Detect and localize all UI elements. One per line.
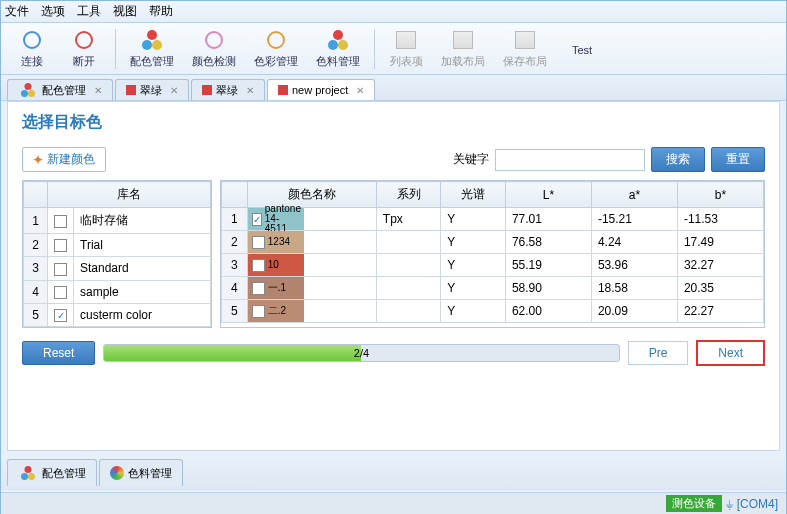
menubar: 文件选项工具视图帮助 xyxy=(1,1,786,23)
load-layout-icon xyxy=(451,28,475,52)
pre-button[interactable]: Pre xyxy=(628,341,689,365)
menu-视图[interactable]: 视图 xyxy=(113,3,137,20)
list-items-button[interactable]: 列表项 xyxy=(381,26,431,71)
save-layout-icon xyxy=(513,28,537,52)
colorant-mgmt-icon xyxy=(326,28,350,52)
next-button[interactable]: Next xyxy=(696,340,765,366)
library-row[interactable]: 5custerm color xyxy=(24,303,211,326)
color-mgmt-icon xyxy=(264,28,288,52)
close-icon[interactable]: ✕ xyxy=(246,85,254,96)
disconnect-icon xyxy=(72,28,96,52)
connect-icon xyxy=(20,28,44,52)
library-row[interactable]: 2Trial xyxy=(24,234,211,257)
disconnect-button[interactable]: 断开 xyxy=(59,26,109,71)
reset-search-button[interactable]: 重置 xyxy=(711,147,765,172)
color-row[interactable]: 310Y55.1953.9632.27 xyxy=(222,254,764,277)
checkbox[interactable] xyxy=(252,236,265,249)
color-mgmt-button[interactable]: 色彩管理 xyxy=(246,26,306,71)
checkbox[interactable] xyxy=(252,282,265,295)
library-row[interactable]: 1临时存储 xyxy=(24,208,211,234)
reset-button[interactable]: Reset xyxy=(22,341,95,365)
library-table: 库名 1临时存储2Trial3Standard4sample5custerm c… xyxy=(22,180,212,328)
color-match-mgmt-button[interactable]: 配色管理 xyxy=(122,26,182,71)
tabstrip: 配色管理✕翠绿✕翠绿✕new project✕ xyxy=(1,75,786,101)
toolbar: 连接断开配色管理颜色检测色彩管理色料管理列表项加载布局保存布局Test xyxy=(1,23,786,75)
color-row[interactable]: 4一.1Y58.9018.5820.35 xyxy=(222,277,764,300)
checkbox[interactable] xyxy=(54,309,67,322)
color-match-mgmt-icon xyxy=(140,28,164,52)
bottom-tabstrip: 配色管理色料管理 xyxy=(1,455,786,490)
test-button[interactable]: Test xyxy=(557,40,607,58)
progress-bar: 2/4 xyxy=(103,344,619,362)
close-icon[interactable]: ✕ xyxy=(356,85,364,96)
bottom-tab-0[interactable]: 配色管理 xyxy=(7,459,97,486)
port-label: [COM4] xyxy=(737,497,778,511)
close-icon[interactable]: ✕ xyxy=(94,85,102,96)
save-layout-button[interactable]: 保存布局 xyxy=(495,26,555,71)
plus-icon: ✦ xyxy=(33,153,43,167)
tab-2[interactable]: 翠绿✕ xyxy=(191,79,265,100)
tab-3[interactable]: new project✕ xyxy=(267,79,375,100)
menu-帮助[interactable]: 帮助 xyxy=(149,3,173,20)
connect-button[interactable]: 连接 xyxy=(7,26,57,71)
checkbox[interactable] xyxy=(252,213,262,226)
keyword-label: 关键字 xyxy=(453,151,489,168)
load-layout-button[interactable]: 加载布局 xyxy=(433,26,493,71)
status-bar: 测色设备 ⏚ [COM4] xyxy=(1,492,786,514)
new-color-button[interactable]: ✦ 新建颜色 xyxy=(22,147,106,172)
tab-1[interactable]: 翠绿✕ xyxy=(115,79,189,100)
device-status: 测色设备 xyxy=(666,495,722,512)
search-button[interactable]: 搜索 xyxy=(651,147,705,172)
list-items-icon xyxy=(394,28,418,52)
bottom-tab-1[interactable]: 色料管理 xyxy=(99,459,183,486)
color-detect-icon xyxy=(202,28,226,52)
close-icon[interactable]: ✕ xyxy=(170,85,178,96)
tab-0[interactable]: 配色管理✕ xyxy=(7,79,113,100)
keyword-input[interactable] xyxy=(495,149,645,171)
checkbox[interactable] xyxy=(54,215,67,228)
content-panel: 选择目标色 ✦ 新建颜色 关键字 搜索 重置 库名 1临时存储2Trial3St… xyxy=(7,101,780,451)
menu-工具[interactable]: 工具 xyxy=(77,3,101,20)
menu-文件[interactable]: 文件 xyxy=(5,3,29,20)
usb-icon: ⏚ xyxy=(726,497,733,511)
checkbox[interactable] xyxy=(54,239,67,252)
page-title: 选择目标色 xyxy=(22,112,765,133)
library-row[interactable]: 3Standard xyxy=(24,257,211,280)
colorant-mgmt-button[interactable]: 色料管理 xyxy=(308,26,368,71)
color-row[interactable]: 21234Y76.584.2417.49 xyxy=(222,231,764,254)
color-table: 颜色名称系列光谱L*a*b* 1pantone 14-4511TpxY77.01… xyxy=(220,180,765,328)
menu-选项[interactable]: 选项 xyxy=(41,3,65,20)
color-row[interactable]: 5二.2Y62.0020.0922.27 xyxy=(222,300,764,323)
checkbox[interactable] xyxy=(54,263,67,276)
color-detect-button[interactable]: 颜色检测 xyxy=(184,26,244,71)
checkbox[interactable] xyxy=(252,305,265,318)
color-row[interactable]: 1pantone 14-4511TpxY77.01-15.21-11.53 xyxy=(222,208,764,231)
library-row[interactable]: 4sample xyxy=(24,280,211,303)
checkbox[interactable] xyxy=(252,259,265,272)
checkbox[interactable] xyxy=(54,286,67,299)
